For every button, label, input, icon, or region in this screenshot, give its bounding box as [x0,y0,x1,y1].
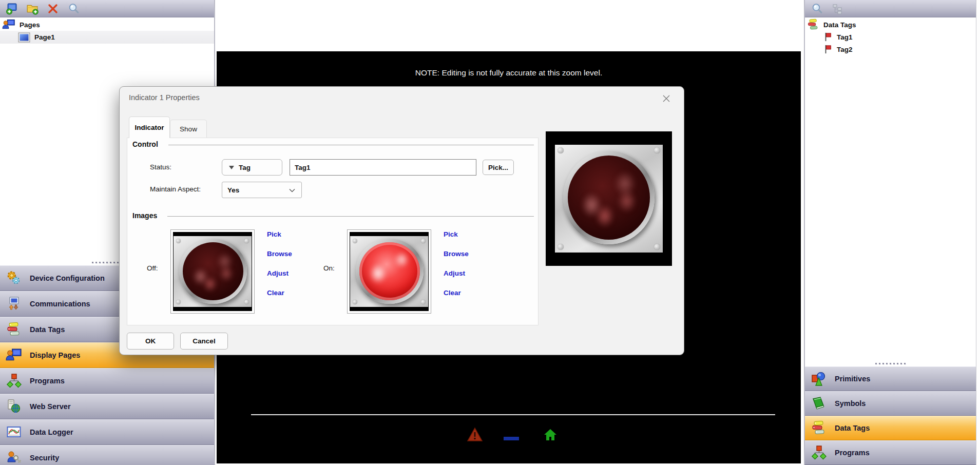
tree-node-tag2[interactable]: Tag2 [805,43,976,55]
ok-button[interactable]: OK [127,333,174,350]
security-icon [5,449,23,465]
indicator-plate [350,236,428,307]
status-tag-input[interactable] [290,159,476,176]
off-browse-link[interactable]: Browse [267,250,292,259]
programs-icon [810,444,828,461]
device-configuration-icon [5,269,23,287]
tag-flag-icon [823,32,833,42]
find-button[interactable] [67,2,80,15]
on-clear-link[interactable]: Clear [444,289,469,298]
section-rule [168,145,534,145]
data-tags-icon [807,18,819,31]
tag-flag-icon [823,44,833,54]
status-mode-dropdown[interactable]: Tag [222,159,282,176]
delete-button[interactable] [46,2,60,15]
nav-data-logger[interactable]: Data Logger [0,419,214,445]
indicator-preview [546,131,672,266]
page-icon [18,32,30,43]
delete-icon [47,3,59,14]
data-tags-icon [810,419,828,437]
tree-node-label: Tag1 [837,33,853,41]
on-pick-link[interactable]: Pick [444,230,469,240]
nav-web-server[interactable]: Web Server [0,394,214,419]
dropdown-arrow-icon [229,166,234,169]
indicator-plate [555,145,663,253]
resource-pane-right: Data Tags Tag1 Tag2 [804,0,976,465]
tab-show[interactable]: Show [170,120,207,138]
left-toolbar [0,0,214,17]
off-clear-link[interactable]: Clear [267,289,292,298]
right-toolbar [805,0,976,17]
off-pick-link[interactable]: Pick [267,230,292,240]
chevron-down-icon [289,188,295,192]
off-label: Off: [147,264,158,272]
hierarchy-view-button[interactable] [831,2,844,15]
tree-node-label: Page1 [34,33,55,41]
nav-primitives[interactable]: Primitives [805,366,976,391]
new-page-button[interactable] [5,2,18,15]
indicator-plate [174,236,252,307]
splitter-grip[interactable] [805,360,976,366]
status-label: Status: [150,163,171,171]
primitives-icon [810,370,828,387]
on-label: On: [323,264,335,272]
on-adjust-link[interactable]: Adjust [444,269,469,279]
right-nav-stack: Primitives Symbols Data Tags [805,360,976,465]
close-icon [662,94,670,103]
pages-icon [2,18,15,31]
tree-node-label: Pages [20,21,40,29]
zoom-note: NOTE: Editing is not fully accurate at t… [217,68,801,78]
data-tags-icon [5,321,23,338]
window-edge [976,0,980,465]
maintain-aspect-label: Maintain Aspect: [150,185,201,193]
off-adjust-link[interactable]: Adjust [267,269,292,279]
images-section-heading: Images [132,211,157,220]
cancel-button[interactable]: Cancel [180,333,228,350]
warning-triangle-widget[interactable] [467,427,483,442]
search-icon [811,3,823,14]
tree-node-data-tags[interactable]: Data Tags [805,18,976,31]
tab-page-indicator: Control Status: Tag Pick... Maintain Asp… [127,138,539,325]
data-logger-icon [5,423,23,441]
indicator-off-dome [568,156,650,240]
display-pages-icon [5,346,23,364]
maintain-aspect-select[interactable]: Yes [222,182,302,198]
close-button[interactable] [658,91,675,106]
find-button[interactable] [810,2,823,15]
nav-data-tags[interactable]: Data Tags [805,416,976,440]
off-image-links: Pick Browse Adjust Clear [267,230,292,308]
tree-node-label: Tag2 [837,46,853,53]
new-page-icon [6,3,18,15]
on-image-thumbnail [347,229,431,314]
tree-node-page1[interactable]: Page1 [0,31,214,44]
new-folder-button[interactable] [26,2,39,15]
search-icon [68,3,80,14]
on-image-links: Pick Browse Adjust Clear [444,230,469,308]
nav-symbols[interactable]: Symbols [805,391,976,416]
hierarchy-icon [832,3,843,14]
indicator-properties-dialog: Indicator 1 Properties Indicator Show Co… [119,86,684,355]
nav-security[interactable]: Security [0,445,214,465]
off-image-thumbnail [170,229,255,314]
new-folder-icon [26,3,39,15]
indicator-on-dome [359,242,420,300]
symbols-icon [810,395,828,412]
nav-programs[interactable]: Programs [805,440,976,465]
canvas-divider-line [251,414,775,415]
indicator-off-dome [183,242,243,300]
dialog-title: Indicator 1 Properties [129,93,200,102]
nav-programs[interactable]: Programs [0,368,214,394]
section-rule [167,216,534,217]
tree-node-pages[interactable]: Pages [0,18,214,31]
communications-icon [5,295,23,313]
tab-indicator[interactable]: Indicator [129,117,170,138]
on-browse-link[interactable]: Browse [444,250,469,259]
web-server-icon [5,398,23,415]
tree-node-tag1[interactable]: Tag1 [805,31,976,43]
control-section-heading: Control [132,140,158,148]
tree-node-label: Data Tags [823,21,856,29]
home-widget[interactable] [543,427,558,442]
pick-button[interactable]: Pick... [483,160,514,175]
programs-icon [5,372,23,390]
blue-dash-widget[interactable] [504,437,519,440]
